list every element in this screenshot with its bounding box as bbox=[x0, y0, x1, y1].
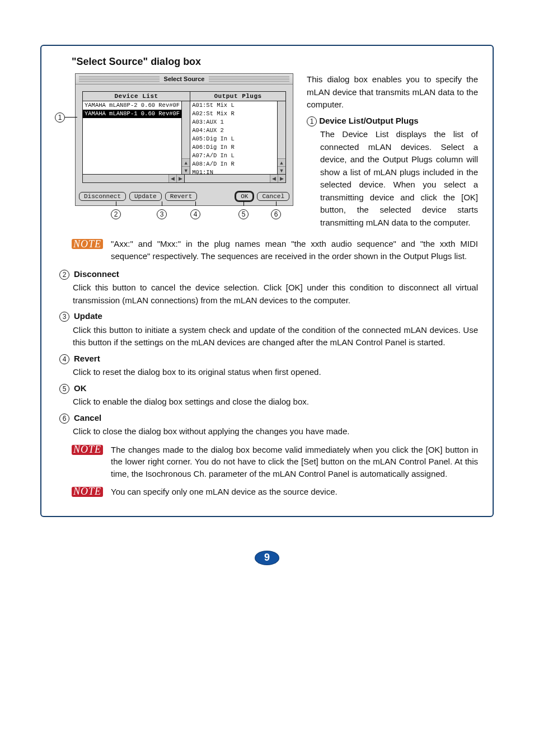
item-1-title: Device List/Output Plugs bbox=[319, 116, 419, 125]
item-5-body: Click to enable the dialog box settings … bbox=[73, 396, 478, 408]
item-5-title: OK bbox=[74, 382, 87, 395]
plug-row[interactable]: A01:St Mix L bbox=[190, 101, 277, 110]
scroll-up-icon[interactable]: ▲ bbox=[278, 158, 285, 166]
device-list[interactable]: YAMAHA mLAN8P-2 0.60 Rev#0F YAMAHA mLAN8… bbox=[83, 101, 190, 174]
item-1-body: The Device List displays the list of con… bbox=[320, 128, 478, 229]
device-row[interactable]: YAMAHA mLAN8P-1 0.60 Rev#0F bbox=[83, 110, 181, 118]
scroll-right-icon[interactable]: ▶ bbox=[176, 175, 184, 182]
dialog-titlebar: Select Source bbox=[76, 74, 293, 84]
callout-marker-2: 2 bbox=[111, 209, 121, 219]
callout-ref-5: 5 bbox=[59, 384, 69, 394]
note-badge: NOTE bbox=[72, 487, 103, 497]
device-row[interactable]: YAMAHA mLAN8P-2 0.60 Rev#0F bbox=[83, 101, 181, 110]
callout-ref-3: 3 bbox=[59, 312, 69, 322]
ok-button[interactable]: OK bbox=[236, 192, 253, 201]
scroll-down-icon[interactable]: ▼ bbox=[182, 166, 190, 174]
callout-ref-6: 6 bbox=[59, 414, 69, 424]
item-6-title: Cancel bbox=[74, 412, 101, 425]
device-list-header: Device List bbox=[83, 92, 190, 101]
device-list-hscroll[interactable]: ◀ ▶ bbox=[83, 175, 185, 182]
plug-row[interactable]: A05:Dig In L bbox=[190, 135, 277, 143]
callout-marker-6: 6 bbox=[271, 209, 281, 219]
leader-line bbox=[65, 117, 77, 118]
update-button[interactable]: Update bbox=[129, 192, 162, 201]
callout-ref-1: 1 bbox=[307, 116, 317, 126]
dialog-screenshot: 1 Select Source Device List bbox=[56, 73, 292, 232]
callout-ref-4: 4 bbox=[59, 354, 69, 364]
plug-row[interactable]: M01:IN bbox=[190, 168, 277, 174]
item-2-body: Click this button to cancel the device s… bbox=[73, 281, 478, 307]
scroll-left-icon[interactable]: ◀ bbox=[168, 175, 176, 182]
item-3-body: Click this button to initiate a system c… bbox=[73, 324, 478, 349]
note-badge: NOTE bbox=[72, 239, 103, 249]
scroll-left-icon[interactable]: ◀ bbox=[270, 175, 278, 182]
disconnect-button[interactable]: Disconnect bbox=[79, 192, 126, 201]
item-6-body: Click to close the dialog box without ap… bbox=[73, 425, 478, 438]
page-number: 9 bbox=[255, 551, 279, 565]
select-source-dialog: Select Source Device List YAMAHA mLAN8P-… bbox=[75, 73, 293, 206]
plug-row[interactable]: A06:Dig In R bbox=[190, 143, 277, 152]
cancel-button[interactable]: Cancel bbox=[257, 192, 289, 201]
item-3-title: Update bbox=[74, 310, 102, 323]
note-2: The changes made to the dialog box becom… bbox=[111, 444, 478, 480]
revert-button[interactable]: Revert bbox=[165, 192, 198, 201]
section-heading: "Select Source" dialog box bbox=[72, 56, 478, 68]
output-plugs-header: Output Plugs bbox=[190, 92, 285, 101]
item-4-body: Click to reset the dialog box to its ori… bbox=[73, 366, 478, 379]
note-badge: NOTE bbox=[72, 445, 103, 455]
plugs-hscroll[interactable]: ◀ ▶ bbox=[185, 175, 286, 182]
scroll-right-icon[interactable]: ▶ bbox=[278, 175, 285, 182]
item-2-title: Disconnect bbox=[74, 268, 119, 281]
note-1: "Axx:" and "Mxx:" in the plug names mean… bbox=[111, 238, 478, 262]
callout-numbers-row: 2 3 4 5 6 bbox=[75, 209, 292, 224]
dialog-title: Select Source bbox=[160, 76, 209, 82]
callout-marker-5: 5 bbox=[238, 209, 249, 219]
item-4-title: Revert bbox=[74, 353, 100, 365]
scroll-up-icon[interactable]: ▲ bbox=[182, 158, 190, 166]
plug-row[interactable]: A04:AUX 2 bbox=[190, 126, 277, 135]
note-3: You can specify only one mLAN device as … bbox=[111, 486, 478, 498]
plug-row[interactable]: A08:A/D In R bbox=[190, 160, 277, 168]
callout-marker-3: 3 bbox=[157, 209, 167, 219]
callout-ref-2: 2 bbox=[59, 270, 69, 280]
plug-row[interactable]: A03:AUX 1 bbox=[190, 118, 277, 126]
plug-row[interactable]: A02:St Mix R bbox=[190, 110, 277, 118]
intro-paragraph: This dialog box enables you to specify t… bbox=[307, 73, 478, 111]
scroll-down-icon[interactable]: ▼ bbox=[278, 166, 285, 174]
output-plugs-list[interactable]: A01:St Mix L A02:St Mix R A03:AUX 1 A04:… bbox=[190, 101, 285, 174]
callout-marker-4: 4 bbox=[190, 209, 200, 219]
plug-row[interactable]: A07:A/D In L bbox=[190, 152, 277, 160]
device-list-vscroll[interactable]: ▲ ▼ bbox=[182, 101, 190, 174]
callout-marker-1: 1 bbox=[55, 112, 65, 123]
plugs-vscroll[interactable]: ▲ ▼ bbox=[278, 101, 285, 174]
device-list-content[interactable]: YAMAHA mLAN8P-2 0.60 Rev#0F YAMAHA mLAN8… bbox=[83, 101, 182, 174]
output-plugs-content[interactable]: A01:St Mix L A02:St Mix R A03:AUX 1 A04:… bbox=[190, 101, 278, 174]
document-frame: "Select Source" dialog box 1 Select Sour… bbox=[40, 45, 494, 517]
